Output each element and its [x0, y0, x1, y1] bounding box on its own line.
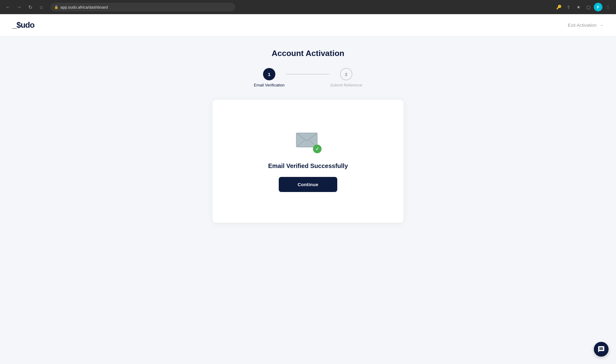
step-2: 2 Submit Reference — [330, 68, 362, 87]
key-icon[interactable]: 🔑 — [554, 3, 563, 11]
stepper: 1 Email Verification 2 Submit Reference — [254, 68, 362, 87]
card: ✓ Email Verified Successfully Continue — [213, 100, 403, 223]
menu-icon[interactable]: ⋮ — [604, 3, 612, 11]
page-title: Account Activation — [272, 49, 344, 58]
logo: _$udo — [12, 20, 34, 30]
continue-button[interactable]: Continue — [279, 177, 337, 192]
step-1-label: Email Verification — [254, 83, 285, 87]
star-icon[interactable]: ★ — [574, 3, 583, 11]
check-badge: ✓ — [313, 145, 322, 153]
browser-actions: 🔑 ⇧ ★ ▢ F ⋮ — [554, 3, 612, 11]
step-1-number: 1 — [268, 72, 270, 77]
step-1-circle: 1 — [263, 68, 275, 80]
address-bar[interactable]: 🔒 app.sudo.africa/dashboard — [51, 3, 235, 11]
step-connector — [286, 74, 329, 74]
share-icon[interactable]: ⇧ — [564, 3, 573, 11]
step-1: 1 Email Verification — [254, 68, 285, 87]
exit-arrow-icon: → — [599, 22, 604, 28]
step-2-circle: 2 — [340, 68, 352, 80]
app-container: _$udo Exit Activation → Account Activati… — [0, 14, 616, 364]
browser-chrome: ← → ↻ ⌂ 🔒 app.sudo.africa/dashboard 🔑 ⇧ … — [0, 0, 616, 14]
chat-icon — [598, 346, 605, 353]
home-button[interactable]: ⌂ — [37, 3, 46, 11]
lock-icon: 🔒 — [54, 5, 59, 9]
chat-bubble[interactable] — [594, 342, 609, 357]
main-content: Account Activation 1 Email Verification … — [0, 36, 616, 364]
extensions-icon[interactable]: ▢ — [584, 3, 593, 11]
forward-button[interactable]: → — [15, 3, 23, 11]
email-verified-icon: ✓ — [296, 130, 320, 152]
exit-activation-label: Exit Activation — [568, 22, 597, 28]
success-title: Email Verified Successfully — [268, 162, 348, 170]
back-button[interactable]: ← — [4, 3, 12, 11]
url-text: app.sudo.africa/dashboard — [60, 5, 108, 10]
header: _$udo Exit Activation → — [0, 14, 616, 36]
step-2-number: 2 — [345, 72, 347, 77]
step-2-label: Submit Reference — [330, 83, 362, 87]
exit-activation-link[interactable]: Exit Activation → — [568, 22, 604, 28]
checkmark-icon: ✓ — [315, 146, 319, 151]
profile-avatar[interactable]: F — [594, 3, 602, 11]
reload-button[interactable]: ↻ — [26, 3, 34, 11]
